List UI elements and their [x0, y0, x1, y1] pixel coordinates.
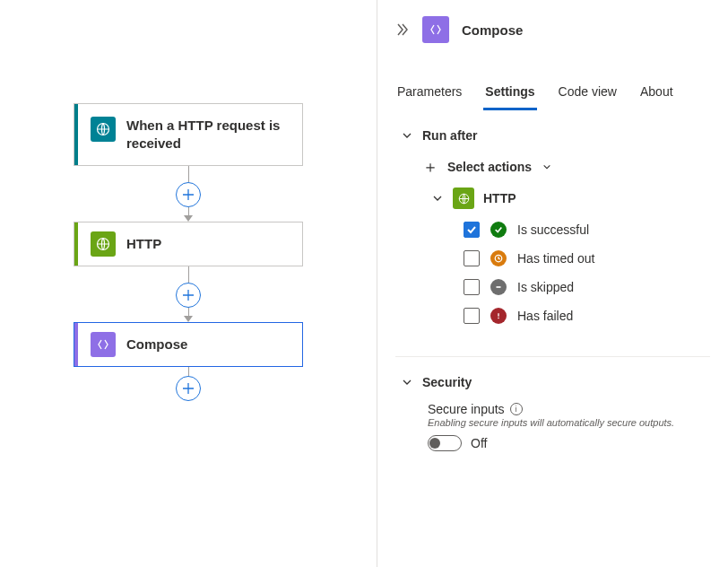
tab-code-view[interactable]: Code view	[557, 75, 619, 110]
security-section: Security Secure inputs i Enabling secure…	[377, 362, 728, 466]
run-after-toggle[interactable]: Run after	[401, 128, 710, 143]
node-label: When a HTTP request is received	[126, 117, 290, 152]
details-panel: Compose Parameters Settings Code view Ab…	[377, 0, 728, 567]
security-toggle[interactable]: Security	[401, 375, 710, 389]
section-title: Run after	[422, 128, 477, 143]
node-label: Compose	[126, 336, 187, 353]
secure-inputs-label: Secure inputs i	[428, 402, 710, 416]
tab-settings[interactable]: Settings	[483, 75, 536, 110]
status-list: Is successful Has timed out Is skipped	[464, 222, 710, 324]
checkbox-failed[interactable]	[464, 308, 480, 324]
checkbox-timed-out[interactable]	[464, 250, 480, 266]
status-label: Is skipped	[517, 280, 574, 294]
connector	[0, 266, 377, 322]
status-label: Has failed	[517, 309, 573, 323]
globe-icon	[91, 231, 116, 257]
tab-parameters[interactable]: Parameters	[395, 75, 464, 110]
section-title: Security	[422, 375, 472, 389]
clock-icon	[490, 250, 507, 266]
chevron-down-icon	[431, 192, 444, 205]
secure-inputs-toggle[interactable]	[428, 435, 462, 451]
flow-node-http[interactable]: HTTP	[74, 222, 303, 266]
compose-icon	[422, 16, 449, 43]
select-actions-label: Select actions	[447, 160, 532, 174]
connector-end	[0, 367, 377, 401]
section-divider	[395, 356, 710, 357]
toggle-state-label: Off	[471, 436, 487, 450]
add-step-button[interactable]	[176, 283, 201, 308]
globe-icon	[453, 188, 474, 209]
flow-canvas: When a HTTP request is received HTTP	[0, 0, 377, 567]
compose-icon	[91, 332, 116, 357]
info-icon[interactable]: i	[510, 403, 523, 415]
status-label: Has timed out	[517, 251, 594, 266]
tab-bar: Parameters Settings Code view About	[377, 75, 728, 110]
add-step-button[interactable]	[176, 182, 201, 207]
run-after-section: Run after ＋ Select actions HTTP	[377, 110, 728, 351]
predecessor-name: HTTP	[483, 191, 516, 205]
status-label: Is successful	[517, 222, 589, 237]
check-circle-icon	[490, 222, 507, 238]
arrow-down-icon	[184, 316, 193, 322]
chevron-down-icon	[541, 161, 553, 173]
status-timed-out: Has timed out	[464, 250, 710, 266]
globe-icon	[91, 117, 116, 142]
minus-circle-icon	[490, 279, 507, 295]
panel-title: Compose	[462, 22, 523, 38]
connector	[0, 166, 377, 222]
flow-node-trigger[interactable]: When a HTTP request is received	[74, 103, 303, 166]
node-label: HTTP	[126, 235, 161, 253]
select-actions-button[interactable]: ＋ Select actions	[422, 159, 710, 175]
flow-node-compose[interactable]: Compose	[74, 322, 303, 367]
collapse-panel-button[interactable]	[395, 23, 410, 36]
add-step-button[interactable]	[176, 376, 201, 401]
chevron-down-icon	[401, 129, 413, 142]
plus-icon: ＋	[422, 159, 438, 175]
svg-rect-5	[498, 313, 498, 317]
error-circle-icon	[490, 308, 507, 324]
status-is-successful: Is successful	[464, 222, 710, 238]
predecessor-action-row[interactable]: HTTP	[431, 188, 710, 209]
svg-point-4	[498, 318, 499, 319]
arrow-down-icon	[184, 215, 193, 222]
checkbox-skipped[interactable]	[464, 279, 480, 295]
tab-about[interactable]: About	[638, 75, 675, 110]
chevron-down-icon	[401, 376, 413, 388]
status-skipped: Is skipped	[464, 279, 710, 295]
secure-inputs-hint: Enabling secure inputs will automaticall…	[428, 417, 710, 428]
checkbox-is-successful[interactable]	[464, 222, 480, 238]
status-failed: Has failed	[464, 308, 710, 324]
